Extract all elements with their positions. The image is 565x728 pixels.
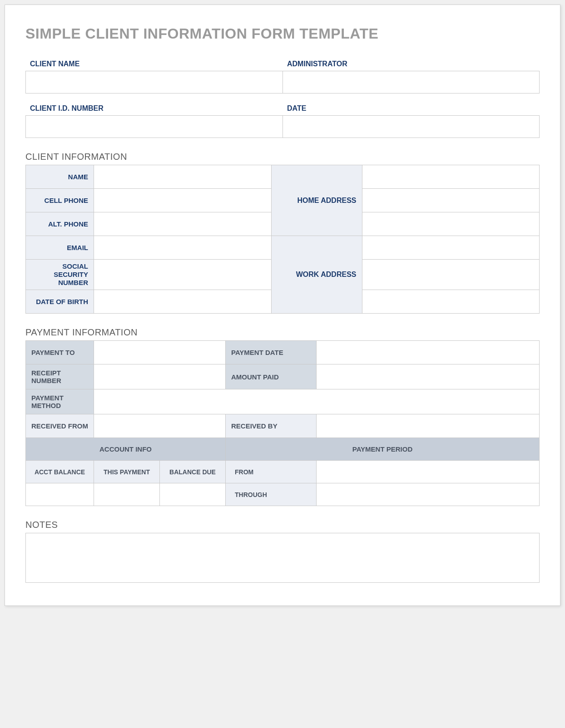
date-field: DATE	[282, 103, 540, 138]
amount-paid-input[interactable]	[317, 364, 540, 389]
home-address-line2[interactable]	[362, 189, 540, 212]
balance-due-label: BALANCE DUE	[160, 461, 226, 483]
received-by-input[interactable]	[317, 414, 540, 438]
acct-balance-label: ACCT BALANCE	[26, 461, 94, 483]
notes-heading: NOTES	[25, 520, 540, 530]
this-payment-input[interactable]	[94, 483, 160, 506]
home-address-line1[interactable]	[362, 165, 540, 189]
name-input[interactable]	[94, 165, 272, 189]
client-id-field: CLIENT I.D. NUMBER	[25, 103, 282, 138]
account-info-header: ACCOUNT INFO	[26, 438, 226, 461]
work-address-label: WORK ADDRESS	[271, 236, 362, 314]
client-info-heading: CLIENT INFORMATION	[25, 152, 540, 162]
from-label: FROM	[226, 461, 317, 483]
received-from-label: RECEIVED FROM	[26, 414, 94, 438]
alt-phone-label: ALT. PHONE	[26, 212, 94, 236]
client-name-label: CLIENT NAME	[25, 58, 282, 71]
client-id-input[interactable]	[25, 115, 282, 138]
administrator-input[interactable]	[282, 71, 540, 93]
top-fields-grid: CLIENT NAME ADMINISTRATOR CLIENT I.D. NU…	[25, 58, 540, 138]
payment-method-input[interactable]	[94, 389, 540, 414]
balance-due-input[interactable]	[160, 483, 226, 506]
work-address-line1[interactable]	[362, 236, 540, 260]
this-payment-label: THIS PAYMENT	[94, 461, 160, 483]
email-label: EMAIL	[26, 236, 94, 260]
dob-input[interactable]	[94, 290, 272, 314]
acct-balance-input[interactable]	[26, 483, 94, 506]
alt-phone-input[interactable]	[94, 212, 272, 236]
date-input[interactable]	[282, 115, 540, 138]
administrator-field: ADMINISTRATOR	[282, 58, 540, 93]
payment-info-table: PAYMENT TO PAYMENT DATE RECEIPT NUMBER A…	[25, 340, 540, 506]
client-info-table: NAME HOME ADDRESS CELL PHONE ALT. PHONE …	[25, 165, 540, 314]
payment-to-label: PAYMENT TO	[26, 341, 94, 364]
email-input[interactable]	[94, 236, 272, 260]
work-address-line2[interactable]	[362, 260, 540, 290]
notes-input[interactable]	[25, 533, 540, 583]
received-from-input[interactable]	[94, 414, 226, 438]
work-address-line3[interactable]	[362, 290, 540, 314]
client-id-label: CLIENT I.D. NUMBER	[25, 103, 282, 115]
page-title: SIMPLE CLIENT INFORMATION FORM TEMPLATE	[25, 25, 540, 42]
date-label: DATE	[282, 103, 540, 115]
client-name-input[interactable]	[25, 71, 282, 93]
through-label: THROUGH	[226, 483, 317, 506]
payment-period-header: PAYMENT PERIOD	[226, 438, 540, 461]
administrator-label: ADMINISTRATOR	[282, 58, 540, 71]
amount-paid-label: AMOUNT PAID	[226, 364, 317, 389]
payment-method-label: PAYMENT METHOD	[26, 389, 94, 414]
home-address-label: HOME ADDRESS	[271, 165, 362, 236]
home-address-line3[interactable]	[362, 212, 540, 236]
payment-info-heading: PAYMENT INFORMATION	[25, 327, 540, 338]
form-page: SIMPLE CLIENT INFORMATION FORM TEMPLATE …	[5, 5, 560, 606]
received-by-label: RECEIVED BY	[226, 414, 317, 438]
cell-phone-input[interactable]	[94, 189, 272, 212]
dob-label: DATE OF BIRTH	[26, 290, 94, 314]
client-name-field: CLIENT NAME	[25, 58, 282, 93]
ssn-label: SOCIAL SECURITY NUMBER	[26, 260, 94, 290]
payment-date-input[interactable]	[317, 341, 540, 364]
receipt-number-label: RECEIPT NUMBER	[26, 364, 94, 389]
payment-to-input[interactable]	[94, 341, 226, 364]
receipt-number-input[interactable]	[94, 364, 226, 389]
name-label: NAME	[26, 165, 94, 189]
payment-date-label: PAYMENT DATE	[226, 341, 317, 364]
from-input[interactable]	[317, 461, 540, 483]
cell-phone-label: CELL PHONE	[26, 189, 94, 212]
through-input[interactable]	[317, 483, 540, 506]
ssn-input[interactable]	[94, 260, 272, 290]
